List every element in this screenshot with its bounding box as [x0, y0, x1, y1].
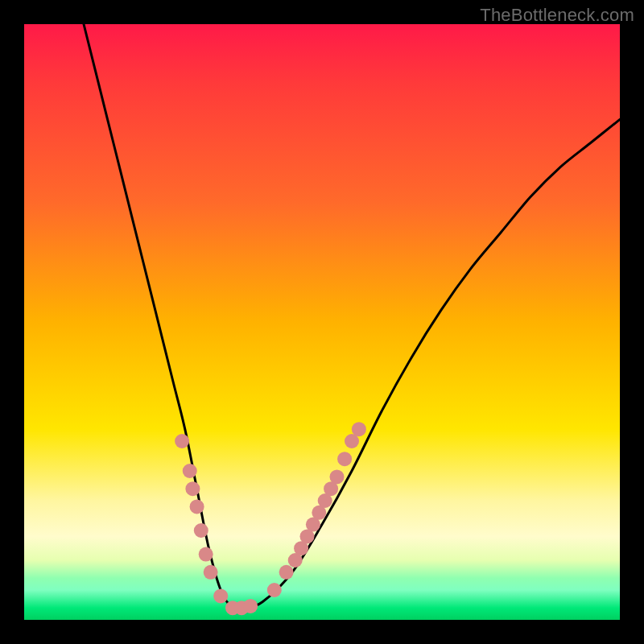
watermark-text: TheBottleneck.com — [480, 5, 634, 26]
gpu-point — [243, 599, 258, 613]
gpu-point — [185, 481, 200, 496]
gpu-point — [213, 588, 228, 603]
chart-frame: TheBottleneck.com — [0, 0, 644, 644]
bottleneck-curve — [84, 24, 620, 609]
gpu-point — [194, 523, 208, 538]
gpu-point — [279, 565, 294, 580]
gpu-point — [175, 434, 189, 448]
gpu-point — [337, 452, 352, 466]
chart-svg — [24, 24, 620, 620]
gpu-point — [267, 583, 282, 597]
gpu-point — [204, 565, 218, 580]
gpu-point — [183, 464, 197, 478]
gpu-point — [352, 422, 366, 436]
gpu-point — [199, 547, 213, 562]
gpu-point — [190, 499, 204, 514]
gpu-point — [330, 469, 345, 484]
plot-area — [24, 24, 620, 620]
